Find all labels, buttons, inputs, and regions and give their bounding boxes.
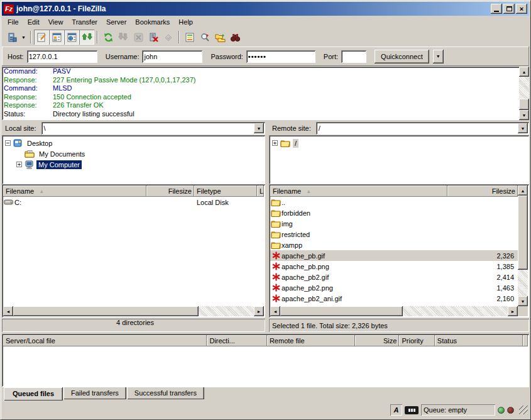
column-header-filesize[interactable]: Filesize: [447, 185, 518, 197]
site-manager-button[interactable]: [4, 30, 19, 45]
process-queue-button[interactable]: [116, 30, 131, 45]
menu-help[interactable]: Help: [174, 17, 197, 27]
column-header-direction[interactable]: Directi...: [207, 335, 266, 346]
close-button[interactable]: ×: [516, 4, 527, 14]
remote-file-row[interactable]: img: [270, 218, 518, 229]
tree-item-label: Desktop: [25, 139, 54, 148]
scroll-right-icon[interactable]: ►: [254, 306, 264, 316]
title-bar[interactable]: Fz john@127.0.0.1 - FileZilla ×: [2, 2, 529, 16]
expand-icon[interactable]: +: [16, 162, 22, 167]
toggle-message-log-button[interactable]: [34, 30, 49, 45]
scroll-up-icon[interactable]: ▲: [519, 67, 529, 77]
column-header-priority[interactable]: Priority: [399, 335, 434, 346]
local-site-combobox[interactable]: \ ▼: [41, 122, 265, 135]
column-header-remote-file[interactable]: Remote file: [267, 335, 355, 346]
column-header-filetype[interactable]: Filetype: [194, 185, 257, 197]
directory-comparison-button[interactable]: [182, 30, 197, 45]
speed-limit-icon[interactable]: [405, 406, 419, 414]
local-site-dropdown[interactable]: ▼: [254, 123, 264, 133]
local-hscroll-track[interactable]: [199, 306, 254, 316]
tree-item-my-documents[interactable]: My Documents: [16, 148, 265, 159]
tab-failed-transfers[interactable]: Failed transfers: [63, 387, 126, 399]
port-input[interactable]: [341, 50, 366, 63]
scroll-right-icon[interactable]: ►: [508, 306, 518, 316]
expand-icon[interactable]: +: [272, 140, 278, 146]
local-site-bar: Local site: \ ▼: [2, 121, 265, 135]
reconnect-button[interactable]: [161, 30, 176, 45]
remote-file-row[interactable]: xampp: [270, 240, 518, 250]
scroll-left-icon[interactable]: ◄: [270, 306, 280, 316]
find-files-button[interactable]: [227, 30, 243, 45]
site-manager-icon: [7, 32, 18, 43]
tab-queued-files[interactable]: Queued files: [4, 387, 63, 401]
local-hscroll-thumb[interactable]: [13, 306, 199, 316]
remote-hscroll-thumb[interactable]: [280, 306, 403, 316]
remote-vscroll-track[interactable]: [518, 270, 528, 296]
site-manager-dropdown[interactable]: ▼: [19, 30, 28, 45]
scroll-left-icon[interactable]: ◄: [3, 306, 13, 316]
column-header-server-local-file[interactable]: Server/Local file: [3, 335, 207, 346]
remote-file-row[interactable]: forbidden: [270, 207, 518, 218]
remote-file-row[interactable]: apache_pb2.png 1,463: [270, 282, 518, 293]
column-header-lastmodified[interactable]: L: [257, 185, 264, 197]
column-header-filename[interactable]: Filename▲: [3, 185, 146, 197]
tree-item-my-computer[interactable]: + My Computer: [16, 159, 265, 170]
toggle-queue-button[interactable]: [79, 30, 94, 45]
resize-grip[interactable]: [519, 406, 528, 414]
menu-edit[interactable]: Edit: [23, 17, 44, 27]
quickconnect-dropdown[interactable]: ▼: [433, 50, 444, 64]
remote-status-text: Selected 1 file. Total size: 2,326 bytes: [272, 322, 388, 329]
file-lists-row: Filename▲ Filesize Filetype L C: Local D…: [2, 184, 529, 318]
tree-item-desktop[interactable]: − Desktop: [5, 138, 265, 148]
collapse-icon[interactable]: −: [5, 140, 11, 146]
tree-item-root[interactable]: + /: [272, 138, 529, 148]
scroll-down-icon[interactable]: ▼: [518, 296, 528, 306]
tab-successful-transfers[interactable]: Successful transfers: [127, 387, 204, 399]
quickconnect-button[interactable]: Quickconnect: [375, 50, 429, 64]
menu-view[interactable]: View: [44, 17, 68, 27]
scroll-down-icon[interactable]: ▼: [519, 110, 529, 120]
tree-item-label-selected: My Computer: [36, 160, 82, 169]
log-scrollbar-thumb[interactable]: [519, 99, 529, 110]
remote-site-dropdown[interactable]: ▼: [518, 123, 528, 133]
local-file-row[interactable]: C: Local Disk: [3, 197, 264, 207]
menu-transfer[interactable]: Transfer: [67, 17, 102, 27]
password-input[interactable]: [246, 50, 315, 63]
synchronized-browsing-button[interactable]: [212, 30, 227, 45]
local-site-path: \: [41, 124, 253, 132]
menu-bookmarks[interactable]: Bookmarks: [131, 17, 174, 27]
remote-file-row[interactable]: ..: [270, 197, 518, 207]
log-scrollbar-track[interactable]: [519, 77, 529, 99]
refresh-button[interactable]: [101, 30, 116, 45]
remote-file-row-selected[interactable]: apache_pb.gif 2,326: [270, 250, 518, 261]
disconnect-button[interactable]: [146, 30, 161, 45]
remote-file-row[interactable]: apache_pb.png 1,385: [270, 261, 518, 272]
column-header-filesize[interactable]: Filesize: [146, 185, 194, 197]
data-type-indicator-icon[interactable]: A: [390, 404, 402, 416]
column-header-status[interactable]: Status: [435, 335, 523, 346]
local-list-hscrollbar[interactable]: ◄ ►: [3, 306, 264, 316]
menu-server[interactable]: Server: [102, 17, 131, 27]
remote-hscroll-track[interactable]: [403, 306, 508, 316]
scroll-up-icon[interactable]: ▲: [518, 185, 528, 196]
username-input[interactable]: [142, 50, 202, 63]
cancel-button[interactable]: [131, 30, 146, 45]
remote-file-row[interactable]: apache_pb2.gif 2,414: [270, 272, 518, 282]
file-name: apache_pb.gif: [282, 252, 447, 260]
maximize-button[interactable]: [503, 4, 515, 14]
log-scrollbar[interactable]: ▲ ▼: [519, 67, 529, 120]
remote-site-combobox[interactable]: / ▼: [316, 122, 529, 135]
minimize-button[interactable]: [491, 4, 502, 14]
toggle-remote-tree-button[interactable]: [64, 30, 79, 45]
column-header-filename[interactable]: Filename▲: [270, 185, 447, 197]
filter-button[interactable]: [197, 30, 212, 45]
toggle-local-tree-button[interactable]: [49, 30, 64, 45]
column-header-size[interactable]: Size: [355, 335, 399, 346]
remote-vscroll-thumb[interactable]: [518, 196, 528, 270]
remote-list-vscrollbar[interactable]: ▲ ▼: [518, 185, 528, 306]
remote-list-hscrollbar[interactable]: ◄ ►: [270, 306, 518, 316]
host-input[interactable]: [27, 50, 97, 63]
menu-file[interactable]: File: [3, 17, 23, 27]
remote-file-row[interactable]: restricted: [270, 229, 518, 240]
remote-file-row[interactable]: apache_pb2_ani.gif 2,160: [270, 293, 518, 304]
